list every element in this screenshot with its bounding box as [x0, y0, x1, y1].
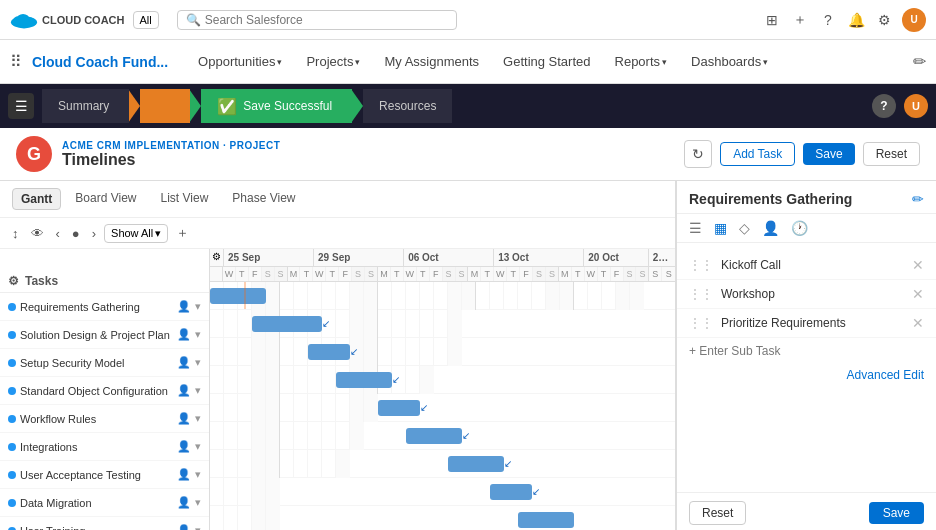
advanced-edit-link[interactable]: Advanced Edit [677, 364, 936, 386]
plus-icon[interactable]: ＋ [790, 10, 810, 30]
breadcrumb: ACME CRM IMPLEMENTATION · PROJECT [62, 140, 280, 151]
stage-left-icon[interactable]: ☰ [8, 93, 34, 119]
drag-handle-icon[interactable]: ⋮⋮ [689, 258, 713, 272]
gantt-settings-icon[interactable]: ⚙ [8, 274, 19, 288]
next-button[interactable]: › [88, 224, 100, 243]
tab-person-icon[interactable]: 👤 [762, 220, 779, 236]
gantt-bar[interactable] [308, 344, 350, 360]
add-subtask-input[interactable]: + Enter Sub Task [677, 338, 936, 364]
bell-icon[interactable]: 🔔 [846, 10, 866, 30]
chevron-down-icon[interactable]: ▾ [195, 328, 201, 341]
chevron-down-icon[interactable]: ▾ [195, 384, 201, 397]
stage-summary[interactable]: Summary [42, 89, 140, 123]
refresh-button[interactable]: ↻ [684, 140, 712, 168]
week-label-oct06: 06 Oct [404, 249, 494, 266]
person-icon: 👤 [177, 468, 191, 481]
search-input[interactable] [205, 13, 448, 27]
gantt-week-labels: ⚙ 25 Sep 29 Sep 06 Oct 13 Oct 20 Oct 2… [210, 249, 675, 267]
gantt-bar[interactable] [378, 400, 420, 416]
nav-dashboards[interactable]: Dashboards ▾ [681, 50, 778, 73]
day-label: T [481, 267, 494, 281]
tab-shape-icon[interactable]: ◇ [739, 220, 750, 236]
grid-icon[interactable]: ⊞ [762, 10, 782, 30]
gantt-bar[interactable] [406, 428, 462, 444]
drag-handle-icon[interactable]: ⋮⋮ [689, 316, 713, 330]
user-avatar[interactable]: U [902, 8, 926, 32]
person-icon: 👤 [177, 356, 191, 369]
chevron-down-icon[interactable]: ▾ [195, 300, 201, 313]
chevron-down-icon[interactable]: ▾ [195, 496, 201, 509]
stage-orange[interactable] [140, 89, 201, 123]
subtask-name: Workshop [721, 287, 904, 301]
nav-opportunities-label: Opportunities [198, 54, 275, 69]
task-list: ⚙ Tasks Requirements Gathering 👤 ▾ Solut… [0, 249, 210, 530]
day-label: W [223, 267, 236, 281]
tab-list[interactable]: List View [151, 187, 219, 211]
reset-button[interactable]: Reset [863, 142, 920, 166]
task-name: User Acceptance Testing [20, 469, 173, 481]
gantt-bar[interactable] [210, 288, 266, 304]
drag-handle-icon[interactable]: ⋮⋮ [689, 287, 713, 301]
sf-topbar: CLOUD COACH All 🔍 ⊞ ＋ ? 🔔 ⚙ U [0, 0, 936, 40]
nav-projects[interactable]: Projects ▾ [296, 50, 370, 73]
day-label-weekend: S [275, 267, 288, 281]
tab-grid-icon[interactable]: ▦ [714, 220, 727, 236]
nav-opportunities[interactable]: Opportunities ▾ [188, 50, 292, 73]
settings-icon[interactable]: ⚙ [874, 10, 894, 30]
waffle-menu-icon[interactable]: ⠿ [10, 52, 22, 71]
nav-getting-started[interactable]: Getting Started [493, 50, 600, 73]
add-task-button[interactable]: Add Task [720, 142, 795, 166]
gantt-bar[interactable] [448, 456, 504, 472]
eye-icon[interactable]: 👁 [27, 224, 48, 243]
stage-user-icon[interactable]: U [904, 94, 928, 118]
chevron-down-icon[interactable]: ▾ [195, 440, 201, 453]
all-dropdown-button[interactable]: All [133, 11, 159, 29]
question-icon[interactable]: ? [818, 10, 838, 30]
gantt-cell-weekend [462, 282, 476, 310]
subtask-name: Prioritize Requirements [721, 316, 904, 330]
nav-reports[interactable]: Reports ▾ [605, 50, 678, 73]
chevron-down-icon[interactable]: ▾ [195, 356, 201, 369]
gantt-chart[interactable]: ⚙ 25 Sep 29 Sep 06 Oct 13 Oct 20 Oct 2… … [210, 249, 675, 530]
rp-save-button[interactable]: Save [869, 502, 924, 524]
close-icon[interactable]: ✕ [912, 286, 924, 302]
nav-my-assignments[interactable]: My Assignments [374, 50, 489, 73]
stage-resources[interactable]: Resources [363, 89, 452, 123]
gantt-bar[interactable] [490, 484, 532, 500]
chevron-down-icon[interactable]: ▾ [195, 412, 201, 425]
save-button[interactable]: Save [803, 143, 854, 165]
person-icon: 👤 [177, 496, 191, 509]
gantt-bar[interactable] [336, 372, 392, 388]
show-all-dropdown[interactable]: Show All ▾ [104, 224, 168, 243]
stage-help-icon[interactable]: ? [872, 94, 896, 118]
chevron-down-icon[interactable]: ▾ [195, 524, 201, 530]
tab-clock-icon[interactable]: 🕐 [791, 220, 808, 236]
sort-icon[interactable]: ↕ [8, 224, 23, 243]
rp-reset-button[interactable]: Reset [689, 501, 746, 525]
gantt-bar[interactable] [252, 316, 322, 332]
add-gantt-item-button[interactable]: ＋ [172, 222, 193, 244]
day-label-weekend: S [352, 267, 365, 281]
nav-dashboards-label: Dashboards [691, 54, 761, 69]
close-icon[interactable]: ✕ [912, 315, 924, 331]
edit-icon[interactable]: ✏ [912, 191, 924, 207]
close-icon[interactable]: ✕ [912, 257, 924, 273]
day-label: F [339, 267, 352, 281]
tab-list-icon[interactable]: ☰ [689, 220, 702, 236]
task-dot [8, 303, 16, 311]
gantt-row: ↙ [210, 394, 675, 422]
tab-phase[interactable]: Phase View [222, 187, 305, 211]
gantt-cell [224, 310, 238, 338]
chevron-down-icon: ▾ [763, 57, 768, 67]
edit-nav-icon[interactable]: ✏ [913, 53, 926, 70]
task-row: Integrations 👤 ▾ [0, 433, 209, 461]
day-label: W [494, 267, 507, 281]
tab-board[interactable]: Board View [65, 187, 146, 211]
chevron-down-icon: ▾ [277, 57, 282, 67]
tab-gantt[interactable]: Gantt [12, 188, 61, 210]
gantt-bar[interactable] [518, 512, 574, 528]
chevron-down-icon[interactable]: ▾ [195, 468, 201, 481]
home-button[interactable]: ● [68, 224, 84, 243]
task-dot [8, 443, 16, 451]
prev-button[interactable]: ‹ [52, 224, 64, 243]
